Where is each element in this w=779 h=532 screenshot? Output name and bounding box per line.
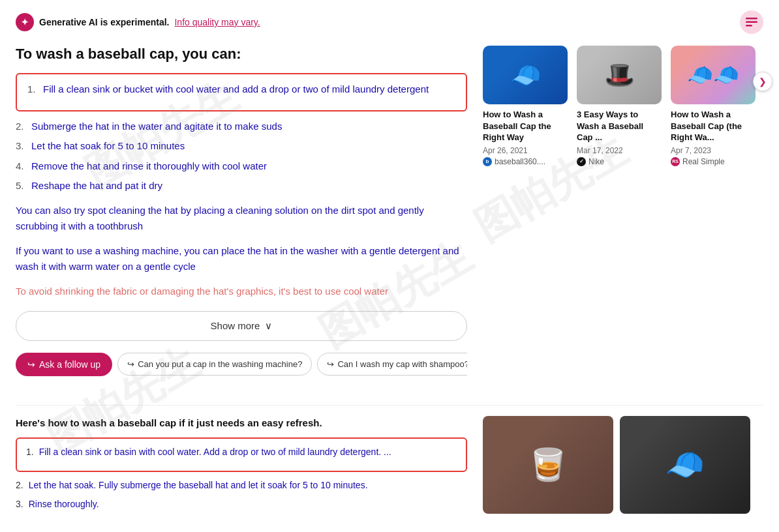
- step-1: 1. Fill a clean sink or bucket with cool…: [27, 82, 455, 97]
- card-3-date: Apr 7, 2023: [671, 146, 756, 155]
- answer-title: To wash a baseball cap, you can:: [16, 46, 467, 63]
- bottom-step1-highlighted-box: 1. Fill a clean sink or basin with cool …: [16, 437, 467, 472]
- chip-2-arrow-icon: ↪: [327, 359, 334, 369]
- step-5: 5. Reshape the hat and pat it dry: [16, 179, 467, 194]
- card-2-source-name: Nike: [588, 157, 604, 166]
- svg-rect-0: [746, 18, 757, 20]
- bottom-step-3-text: Rinse thoroughly.: [29, 497, 99, 511]
- chip-2-label: Can I wash my cap with shampoo?: [337, 359, 467, 369]
- step-list-partial: 1. Fill a clean sink or bucket with cool…: [27, 82, 455, 97]
- step-list-rest: 2. Submerge the hat in the water and agi…: [16, 119, 467, 194]
- image-card-2[interactable]: 🎩 3 Easy Ways to Wash a Baseball Cap ...…: [577, 46, 662, 166]
- ai-label: Generative AI is experimental.: [39, 17, 169, 27]
- answer-para-1: You can also try spot cleaning the hat b…: [16, 203, 467, 234]
- hat-icon-3: 🧢🧢: [687, 63, 739, 87]
- step-4-text: Remove the hat and rinse it thoroughly w…: [31, 159, 267, 174]
- card-1-source: b baseball360....: [483, 157, 568, 166]
- followup-bar: ↪ Ask a follow up ↪ Can you put a cap in…: [16, 350, 467, 379]
- step-3: 3. Let the hat soak for 5 to 10 minutes: [16, 139, 467, 154]
- answer-para-3: To avoid shrinking the fabric or damagin…: [16, 284, 467, 299]
- right-sidebar: 🧢 How to Wash a Baseball Cap the Right W…: [483, 46, 763, 394]
- bottom-hat-icon-2: 🧢: [665, 447, 705, 483]
- step-2-text: Submerge the hat in the water and agitat…: [31, 119, 282, 134]
- bottom-step-1: 1. Fill a clean sink or basin with cool …: [26, 445, 457, 459]
- step-5-text: Reshape the hat and pat it dry: [31, 179, 162, 194]
- card-1-title: How to Wash a Baseball Cap the Right Way: [483, 109, 568, 143]
- hat-icon-2: 🎩: [604, 61, 635, 89]
- step-1-text: Fill a clean sink or bucket with cool wa…: [43, 82, 429, 97]
- answer-para-2: If you want to use a washing machine, yo…: [16, 243, 467, 274]
- bottom-right: 🥃 🧢: [483, 416, 763, 516]
- carousel-next-button[interactable]: ❯: [753, 72, 772, 91]
- ai-logo-icon: ✦: [16, 13, 34, 31]
- followup-chip-2[interactable]: ↪ Can I wash my cap with shampoo?: [317, 353, 467, 376]
- bottom-step-1-text: Fill a clean sink or basin with cool wat…: [39, 445, 391, 459]
- ai-banner-left: ✦ Generative AI is experimental. Info qu…: [16, 13, 260, 31]
- chip-1-arrow-icon: ↪: [127, 359, 134, 369]
- bottom-step-2: 2. Let the hat soak. Fully submerge the …: [16, 479, 467, 492]
- page-wrapper: ✦ Generative AI is experimental. Info qu…: [0, 0, 779, 527]
- bottom-layout: Here's how to wash a baseball cap if it …: [16, 416, 763, 516]
- bottom-step-list-partial: 1. Fill a clean sink or basin with cool …: [26, 445, 457, 459]
- followup-main-label: Ask a follow up: [39, 359, 100, 370]
- card-1-source-name: baseball360....: [495, 157, 545, 166]
- card-2-date: Mar 17, 2022: [577, 146, 662, 155]
- card-2-image: 🎩: [577, 46, 662, 104]
- ask-followup-button[interactable]: ↪ Ask a follow up: [16, 353, 112, 376]
- menu-icon[interactable]: [740, 10, 763, 34]
- bottom-images: 🥃 🧢: [483, 416, 763, 514]
- ai-info-link[interactable]: Info quality may vary.: [174, 17, 260, 27]
- step1-highlighted-box: 1. Fill a clean sink or bucket with cool…: [16, 73, 467, 111]
- ai-banner: ✦ Generative AI is experimental. Info qu…: [16, 10, 763, 34]
- card-3-title: How to Wash a Baseball Cap (the Right Wa…: [671, 109, 756, 143]
- step-2: 2. Submerge the hat in the water and agi…: [16, 119, 467, 134]
- followup-arrow-icon: ↪: [27, 359, 35, 370]
- card-1-date: Apr 26, 2021: [483, 146, 568, 155]
- bottom-hat-icon-1: 🥃: [528, 447, 568, 483]
- card-2-source: ✓ Nike: [577, 157, 662, 166]
- card-2-title: 3 Easy Ways to Wash a Baseball Cap ...: [577, 109, 662, 143]
- image-cards: 🧢 How to Wash a Baseball Cap the Right W…: [483, 46, 763, 166]
- card-3-source-name: Real Simple: [682, 157, 725, 166]
- main-layout: To wash a baseball cap, you can: 1. Fill…: [16, 46, 763, 394]
- bottom-section: Here's how to wash a baseball cap if it …: [16, 405, 763, 516]
- card-1-source-icon: b: [483, 157, 492, 166]
- svg-rect-1: [746, 22, 757, 23]
- card-2-source-icon: ✓: [577, 157, 586, 166]
- chip-1-label: Can you put a cap in the washing machine…: [138, 359, 302, 369]
- card-3-source: RS Real Simple: [671, 157, 756, 166]
- card-3-image: 🧢🧢: [671, 46, 756, 104]
- bottom-left: Here's how to wash a baseball cap if it …: [16, 416, 467, 516]
- left-content: To wash a baseball cap, you can: 1. Fill…: [16, 46, 467, 394]
- bottom-step-3: 3. Rinse thoroughly.: [16, 497, 467, 511]
- image-card-3[interactable]: 🧢🧢 How to Wash a Baseball Cap (the Right…: [671, 46, 756, 166]
- card-1-image: 🧢: [483, 46, 568, 104]
- bottom-step-2-text: Let the hat soak. Fully submerge the bas…: [29, 479, 368, 492]
- chevron-down-icon: ∨: [265, 320, 272, 332]
- followup-chip-1[interactable]: ↪ Can you put a cap in the washing machi…: [117, 353, 312, 376]
- bottom-image-1: 🥃: [483, 416, 613, 514]
- show-more-button[interactable]: Show more ∨: [16, 311, 467, 341]
- card-3-source-icon: RS: [671, 157, 680, 166]
- svg-rect-2: [746, 25, 752, 27]
- show-more-label: Show more: [211, 320, 260, 331]
- hat-icon-1: 🧢: [510, 61, 541, 89]
- image-card-1[interactable]: 🧢 How to Wash a Baseball Cap the Right W…: [483, 46, 568, 166]
- bottom-title: Here's how to wash a baseball cap if it …: [16, 416, 467, 430]
- bottom-image-2: 🧢: [620, 416, 750, 514]
- step-3-text: Let the hat soak for 5 to 10 minutes: [31, 139, 185, 154]
- bottom-step-list-rest: 2. Let the hat soak. Fully submerge the …: [16, 479, 467, 511]
- step-4: 4. Remove the hat and rinse it thoroughl…: [16, 159, 467, 174]
